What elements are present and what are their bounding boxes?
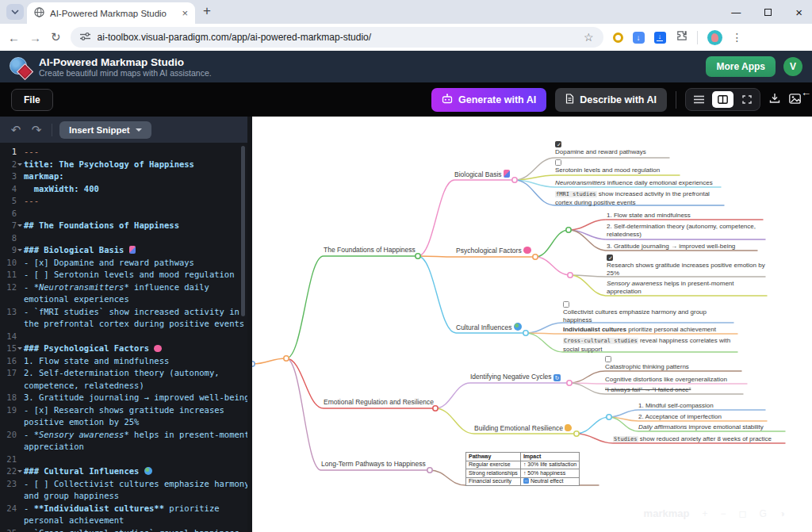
split-view-button[interactable] xyxy=(712,91,733,108)
map-node-psychological-factors[interactable]: Psychological Factors xyxy=(456,247,531,255)
checkbox-unchecked[interactable] xyxy=(605,356,611,362)
download-manager-icon[interactable]: ↓ xyxy=(654,32,666,44)
browser-tab[interactable]: AI-Powered Markmap Studio × xyxy=(27,2,195,24)
app-header: AI-Powered Markmap Studio Create beautif… xyxy=(0,51,812,82)
map-leaf-fmri[interactable]: fMRI studies show increased activity in … xyxy=(555,190,723,206)
map-leaf-dopamine[interactable]: Dopamine and reward pathways xyxy=(555,141,646,156)
window-maximize-button[interactable] xyxy=(764,9,772,16)
tab-search-button[interactable] xyxy=(6,4,24,20)
map-leaf-collectivist[interactable]: Collectivist cultures emphasize harmony … xyxy=(563,301,736,323)
extension-ring-icon[interactable] xyxy=(613,33,623,43)
editor-row: the prefrontal cortex during positive ev… xyxy=(0,318,247,331)
checkbox-unchecked[interactable] xyxy=(555,159,561,166)
map-node-circle[interactable] xyxy=(533,255,538,259)
map-node-building-resilience[interactable]: Building Emotional Resilience xyxy=(474,424,572,433)
map-leaf-cognitive-distortions[interactable]: Cognitive distortions like overgeneraliz… xyxy=(605,376,727,384)
cycle-icon: ↻ xyxy=(553,374,561,381)
map-node-circle[interactable] xyxy=(607,415,611,419)
undo-icon[interactable]: ↶ xyxy=(8,123,24,137)
map-leaf-daily-affirmations[interactable]: Daily affirmations improve emotional sta… xyxy=(638,423,764,431)
extensions-puzzle-icon[interactable] xyxy=(676,30,688,45)
code-editor[interactable]: 1---2title: The Psychology of Happiness3… xyxy=(0,143,247,532)
map-leaf-self-determination[interactable]: 2. Self-determination theory (autonomy, … xyxy=(607,223,767,238)
bookmark-star-icon[interactable]: ☆ xyxy=(584,31,594,44)
editor-row: 6 xyxy=(0,208,247,220)
map-node-biological-basis[interactable]: Biological Basis xyxy=(454,170,510,179)
left-right-arrow-icon xyxy=(523,478,529,484)
describe-with-ai-button[interactable]: Describe with AI xyxy=(555,88,667,112)
more-apps-button[interactable]: More Apps xyxy=(706,56,776,77)
map-leaf-gratitude-journaling[interactable]: 3. Gratitude journaling → improved well-… xyxy=(607,243,735,251)
map-leaf-flow-state[interactable]: 1. Flow state and mindfulness xyxy=(607,212,691,220)
map-leaf-individualist[interactable]: Individualist cultures prioritize person… xyxy=(563,326,716,334)
map-link xyxy=(576,417,609,434)
editor-row: 183. Gratitude journaling → improved wel… xyxy=(0,392,247,404)
map-leaf-serotonin[interactable]: Serotonin levels and mood regulation xyxy=(555,159,660,174)
url-text[interactable]: ai-toolbox.visual-paradigm.com/app/ai-po… xyxy=(98,32,576,43)
map-node-circle[interactable] xyxy=(433,406,438,411)
mindmap-panel[interactable]: The Foundations of Happiness Emotional R… xyxy=(247,117,812,532)
new-tab-button[interactable]: + xyxy=(203,3,211,19)
map-node-circle[interactable] xyxy=(568,273,573,277)
map-node-emotional-regulation[interactable]: Emotional Regulation and Resilience xyxy=(324,399,434,407)
map-leaf-studies-anxiety[interactable]: Studies show reduced anxiety after 8 wee… xyxy=(613,435,772,444)
map-leaf-sensory-awareness[interactable]: Sensory awareness helps in present-momen… xyxy=(607,280,765,295)
checkbox-checked[interactable] xyxy=(607,255,613,261)
map-leaf-cross-cultural[interactable]: Cross-cultural studies reveal happiness … xyxy=(563,337,737,353)
github-icon[interactable]: G xyxy=(759,508,766,519)
file-menu-button[interactable]: File xyxy=(11,89,53,111)
tab-close-icon[interactable]: × xyxy=(182,8,188,18)
editor-row: 10- [x] Dopamine and reward pathways xyxy=(0,257,247,270)
window-close-button[interactable]: × xyxy=(795,6,802,19)
map-node-long-term[interactable]: Long-Term Pathways to Happiness xyxy=(321,461,426,469)
download-icon[interactable] xyxy=(769,93,780,107)
map-leaf-mindful-compassion[interactable]: 1. Mindful self-compassion xyxy=(638,402,714,410)
editor-view-button[interactable] xyxy=(688,91,710,108)
site-settings-icon[interactable] xyxy=(80,30,90,44)
reload-icon[interactable]: ↻ xyxy=(51,30,61,44)
browser-menu-icon[interactable]: ⋮ xyxy=(732,31,743,44)
user-avatar[interactable]: V xyxy=(783,57,802,76)
extension-download-icon[interactable]: ↓ xyxy=(633,32,645,44)
editor-scrollbar[interactable] xyxy=(241,146,245,316)
fullscreen-view-button[interactable] xyxy=(736,91,757,108)
map-node-identifying-negative-cycles[interactable]: Identifying Negative Cycles ↻ xyxy=(470,373,561,381)
fit-icon[interactable]: ◻ xyxy=(738,508,746,519)
export-image-icon[interactable] xyxy=(789,93,801,107)
pathway-impact-table[interactable]: PathwayImpact Regular exercise↑ 30% life… xyxy=(465,452,580,486)
map-node-foundations[interactable]: The Foundations of Happiness xyxy=(324,247,416,255)
generate-with-ai-button[interactable]: Generate with AI xyxy=(431,88,546,112)
forward-icon[interactable]: → xyxy=(29,31,41,44)
editor-row: 24- **Individualist cultures** prioritiz… xyxy=(0,503,247,515)
map-node-circle[interactable] xyxy=(416,254,420,258)
map-node-circle[interactable] xyxy=(523,331,528,335)
map-node-cultural-influences[interactable]: Cultural Influences xyxy=(456,323,522,332)
zoom-in-icon[interactable]: + xyxy=(702,508,707,519)
url-field[interactable]: ai-toolbox.visual-paradigm.com/app/ai-po… xyxy=(71,27,603,48)
map-node-circle[interactable] xyxy=(566,228,571,232)
map-leaf-neurotransmitters[interactable]: Neurotransmitters influence daily emotio… xyxy=(555,179,713,187)
editor-row: 25- `Cross-cultural studies` reveal happ… xyxy=(0,527,247,532)
checkbox-checked[interactable] xyxy=(555,141,561,147)
redo-icon[interactable]: ↷ xyxy=(29,123,44,137)
window-minimize-button[interactable]: — xyxy=(731,7,741,18)
dna-icon xyxy=(504,170,510,178)
zoom-out-icon[interactable]: − xyxy=(720,508,726,519)
map-leaf-acceptance[interactable]: 2. Acceptance of imperfection xyxy=(638,413,722,421)
checkbox-unchecked[interactable] xyxy=(563,301,569,308)
insert-snippet-button[interactable]: Insert Snippet xyxy=(59,121,151,139)
editor-row: 4 maxWidth: 400 xyxy=(0,183,247,196)
back-icon[interactable]: ← xyxy=(8,31,20,44)
map-leaf-research-gratitude[interactable]: Research shows gratitude increases posit… xyxy=(607,255,769,277)
map-node-circle[interactable] xyxy=(284,356,289,361)
editor-row: 7## The Foundations of Happiness xyxy=(0,220,247,232)
theme-icon[interactable]: ◑ xyxy=(779,508,785,519)
map-link xyxy=(252,358,286,364)
map-node-circle[interactable] xyxy=(574,431,579,436)
map-node-circle[interactable] xyxy=(567,381,572,385)
map-node-circle[interactable] xyxy=(512,178,517,182)
browser-profile-avatar[interactable] xyxy=(707,30,722,45)
map-leaf-always-fail[interactable]: "I always fail" → "I failed once" xyxy=(605,386,691,394)
map-leaf-catastrophic[interactable]: Catastrophic thinking patterns xyxy=(605,356,689,371)
map-node-circle[interactable] xyxy=(427,468,432,473)
